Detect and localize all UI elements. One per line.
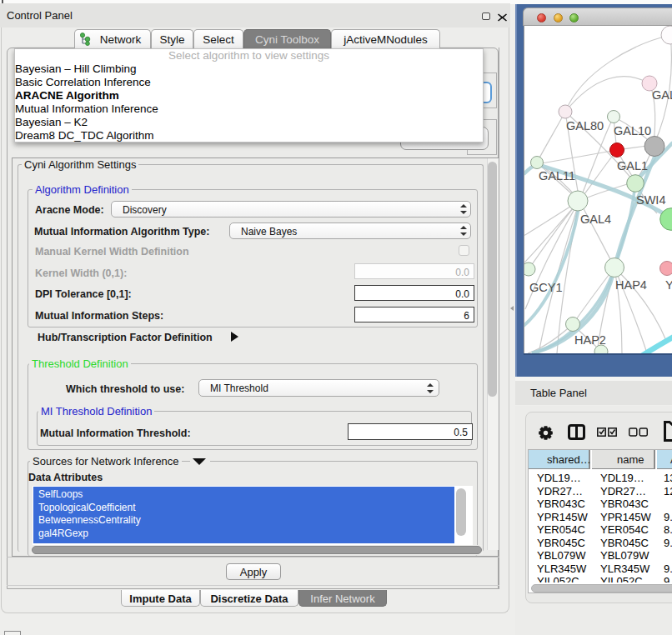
svg-text:GAL11: GAL11 <box>539 169 575 182</box>
svg-text:Y: Y <box>665 278 672 292</box>
svg-text:GAL2: GAL2 <box>652 88 672 102</box>
svg-text:SWI4: SWI4 <box>636 193 665 207</box>
svg-text:GAL80: GAL80 <box>566 119 604 132</box>
svg-text:GAL10: GAL10 <box>614 124 651 138</box>
svg-text:HAP4: HAP4 <box>615 278 647 292</box>
svg-text:GAL4: GAL4 <box>580 212 611 226</box>
svg-text:GCY1: GCY1 <box>529 281 563 294</box>
svg-text:GAL1: GAL1 <box>617 159 648 172</box>
svg-text:HAP2: HAP2 <box>574 333 606 347</box>
